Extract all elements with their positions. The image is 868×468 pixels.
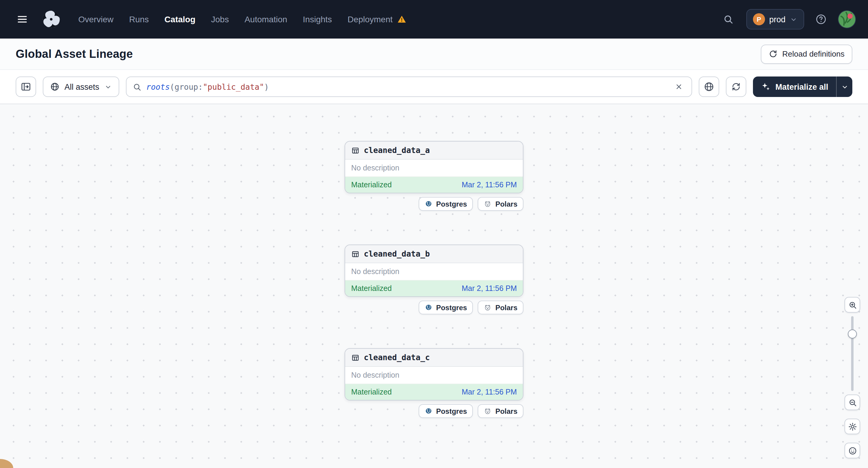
asset-description: No description <box>345 367 523 384</box>
graph-settings-button[interactable] <box>844 418 860 434</box>
asset-node-cleaned-data-a[interactable]: cleaned_data_a No description Materializ… <box>345 141 523 193</box>
main-nav: Overview Runs Catalog Jobs Automation In… <box>78 14 407 24</box>
asset-node-cleaned-data-c[interactable]: cleaned_data_c No description Materializ… <box>345 348 523 401</box>
toggle-sidebar-button[interactable] <box>16 76 36 97</box>
sparkle-icon <box>761 82 770 92</box>
postgres-icon <box>425 200 433 208</box>
tag-postgres[interactable]: Postgres <box>418 197 473 211</box>
environment-switcher[interactable]: P prod <box>746 9 804 30</box>
reload-icon <box>768 50 777 58</box>
zoom-in-button[interactable] <box>844 297 860 313</box>
materialized-timestamp[interactable]: Mar 2, 11:56 PM <box>462 388 517 396</box>
asset-description: No description <box>345 160 523 177</box>
materialized-label: Materialized <box>351 388 392 396</box>
zoom-slider[interactable] <box>844 316 860 391</box>
chevron-down-icon <box>790 15 798 23</box>
help-icon[interactable] <box>813 11 829 27</box>
asset-node-cleaned-data-b[interactable]: cleaned_data_b No description Materializ… <box>345 245 523 297</box>
materialized-timestamp[interactable]: Mar 2, 11:56 PM <box>462 181 517 189</box>
canvas-corner-decoration <box>0 459 13 468</box>
asset-name: cleaned_data_b <box>364 249 430 258</box>
deployment-warning-icon <box>397 14 407 24</box>
gear-icon <box>848 422 857 431</box>
materialized-label: Materialized <box>351 284 392 293</box>
nav-item-catalog[interactable]: Catalog <box>164 14 195 24</box>
nav-item-insights[interactable]: Insights <box>303 14 332 24</box>
tag-postgres[interactable]: Postgres <box>418 301 473 314</box>
panel-expand-icon <box>21 81 31 92</box>
zoom-slider-track <box>851 316 854 391</box>
asset-status-row: Materialized Mar 2, 11:56 PM <box>345 384 523 400</box>
polars-icon <box>484 407 492 415</box>
postgres-icon <box>425 304 433 311</box>
canvas-controls <box>844 297 860 458</box>
refresh-icon <box>731 82 741 92</box>
chevron-down-icon <box>841 83 848 91</box>
asset-tags-row: Postgres Polars <box>345 404 523 418</box>
clear-search-button[interactable] <box>672 80 685 93</box>
close-icon <box>675 83 683 91</box>
table-icon <box>351 146 360 155</box>
tag-polars[interactable]: Polars <box>478 301 523 314</box>
zoom-in-icon <box>848 300 857 309</box>
globe-icon <box>50 82 60 92</box>
app-window: Overview Runs Catalog Jobs Automation In… <box>0 0 868 468</box>
asset-node-header: cleaned_data_a <box>345 142 523 160</box>
top-nav: Overview Runs Catalog Jobs Automation In… <box>0 0 868 38</box>
tag-polars[interactable]: Polars <box>478 404 523 418</box>
asset-node-header: cleaned_data_c <box>345 349 523 367</box>
materialize-options-button[interactable] <box>836 76 852 97</box>
postgres-icon <box>425 407 433 415</box>
dagster-logo <box>40 8 63 31</box>
chevron-down-icon <box>104 83 112 91</box>
asset-tags-row: Postgres Polars <box>345 197 523 211</box>
tag-polars[interactable]: Polars <box>478 197 523 211</box>
asset-name: cleaned_data_a <box>364 146 430 155</box>
asset-status-row: Materialized Mar 2, 11:56 PM <box>345 177 523 193</box>
polars-icon <box>484 200 492 208</box>
search-icon <box>132 82 142 91</box>
face-icon <box>848 446 857 455</box>
zoom-out-button[interactable] <box>844 395 860 410</box>
asset-name: cleaned_data_c <box>364 353 430 362</box>
search-icon[interactable] <box>719 10 737 28</box>
user-avatar[interactable] <box>838 10 856 28</box>
refresh-graph-button[interactable] <box>726 76 746 97</box>
tag-postgres[interactable]: Postgres <box>418 404 473 418</box>
nav-right-cluster: P prod <box>719 9 856 30</box>
environment-badge: P <box>753 13 765 25</box>
polars-icon <box>484 304 492 311</box>
environment-name: prod <box>769 15 785 24</box>
asset-status-row: Materialized Mar 2, 11:56 PM <box>345 280 523 297</box>
asset-selection-input[interactable]: roots(group:"public_data") <box>126 76 692 97</box>
lineage-canvas[interactable]: cleaned_data_a No description Materializ… <box>0 104 868 468</box>
page-title: Global Asset Lineage <box>16 47 133 61</box>
materialize-all-split-button: Materialize all <box>753 76 852 97</box>
zoom-slider-handle[interactable] <box>848 330 857 339</box>
globe-icon <box>704 81 714 92</box>
nav-item-automation[interactable]: Automation <box>245 14 287 24</box>
asset-description: No description <box>345 263 523 280</box>
reload-definitions-button[interactable]: Reload definitions <box>761 44 852 64</box>
nav-item-runs[interactable]: Runs <box>129 14 149 24</box>
menu-button[interactable] <box>12 9 33 30</box>
asset-node-header: cleaned_data_b <box>345 245 523 263</box>
materialized-timestamp[interactable]: Mar 2, 11:56 PM <box>462 284 517 293</box>
nav-item-overview[interactable]: Overview <box>78 14 114 24</box>
table-icon <box>351 353 360 362</box>
asset-selection-query: roots(group:"public_data") <box>146 82 668 91</box>
feedback-button[interactable] <box>844 443 860 458</box>
zoom-out-icon <box>848 398 857 407</box>
nav-item-jobs[interactable]: Jobs <box>211 14 229 24</box>
page-header: Global Asset Lineage Reload definitions <box>0 38 868 70</box>
nav-item-deployment[interactable]: Deployment <box>347 14 406 24</box>
graph-scope-button[interactable] <box>699 76 719 97</box>
table-icon <box>351 250 360 258</box>
materialize-all-button[interactable]: Materialize all <box>753 76 836 97</box>
asset-scope-dropdown[interactable]: All assets <box>43 76 119 97</box>
avatar-image <box>838 11 855 28</box>
materialized-label: Materialized <box>351 181 392 189</box>
asset-tags-row: Postgres Polars <box>345 301 523 314</box>
lineage-toolbar: All assets roots(group:"public_data") Ma… <box>0 70 868 104</box>
